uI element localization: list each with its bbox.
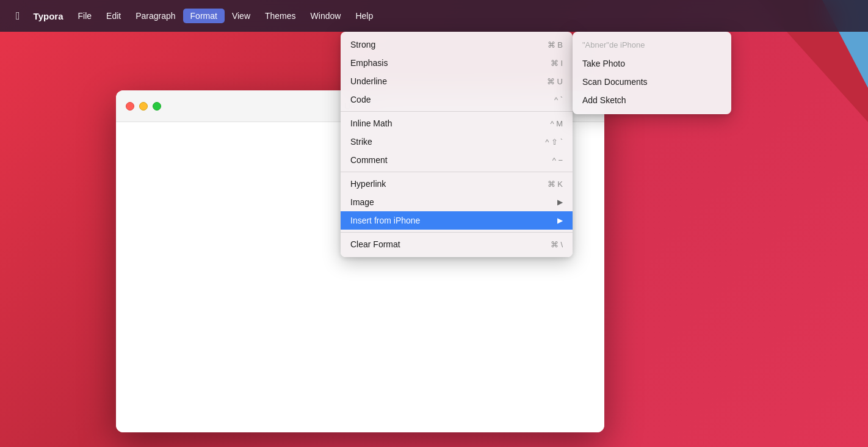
submenu-header: "Abner"de iPhone <box>573 37 731 54</box>
menu-item-strong[interactable]: Strong ⌘ B <box>341 35 573 54</box>
menubar-paragraph[interactable]: Paragraph <box>128 9 183 23</box>
menubar-format[interactable]: Format <box>183 9 225 23</box>
menu-item-strike[interactable]: Strike ^ ⇧ ` <box>341 133 573 151</box>
menubar-typora[interactable]: Typora <box>26 9 71 24</box>
submenu-item-take-photo[interactable]: Take Photo <box>573 54 731 73</box>
iphone-submenu: "Abner"de iPhone Take Photo Scan Documen… <box>573 32 731 114</box>
image-submenu-arrow: ▶ <box>557 198 563 206</box>
menubar-file[interactable]: File <box>70 9 99 23</box>
menu-divider-3 <box>341 232 573 233</box>
menu-item-clear-format[interactable]: Clear Format ⌘ \ <box>341 235 573 253</box>
menu-item-comment[interactable]: Comment ^ − <box>341 151 573 169</box>
submenu-item-scan-documents[interactable]: Scan Documents <box>573 73 731 91</box>
iphone-submenu-arrow: ▶ <box>557 216 563 225</box>
menu-item-underline[interactable]: Underline ⌘ U <box>341 72 573 90</box>
menubar-help[interactable]: Help <box>348 9 380 23</box>
menu-item-code[interactable]: Code ^ ` <box>341 90 573 109</box>
minimize-button[interactable] <box>139 102 148 111</box>
menubar-edit[interactable]: Edit <box>99 9 128 23</box>
menu-item-image[interactable]: Image ▶ <box>341 193 573 211</box>
format-dropdown-menu: Strong ⌘ B Emphasis ⌘ I Underline ⌘ U Co… <box>341 32 573 257</box>
menubar-view[interactable]: View <box>225 9 258 23</box>
submenu-item-add-sketch[interactable]: Add Sketch <box>573 91 731 109</box>
traffic-lights <box>126 102 161 111</box>
apple-menu[interactable]:  <box>10 7 26 25</box>
close-button[interactable] <box>126 102 134 111</box>
menu-item-insert-from-iphone[interactable]: Insert from iPhone ▶ <box>341 211 573 230</box>
menubar:  Typora File Edit Paragraph Format View… <box>0 0 868 32</box>
menu-item-emphasis[interactable]: Emphasis ⌘ I <box>341 54 573 72</box>
menubar-themes[interactable]: Themes <box>258 9 303 23</box>
menubar-window[interactable]: Window <box>303 9 349 23</box>
menu-divider-1 <box>341 111 573 112</box>
menu-item-hyperlink[interactable]: Hyperlink ⌘ K <box>341 175 573 193</box>
menu-item-inline-math[interactable]: Inline Math ^ M <box>341 114 573 133</box>
maximize-button[interactable] <box>153 102 161 111</box>
menu-divider-2 <box>341 172 573 172</box>
